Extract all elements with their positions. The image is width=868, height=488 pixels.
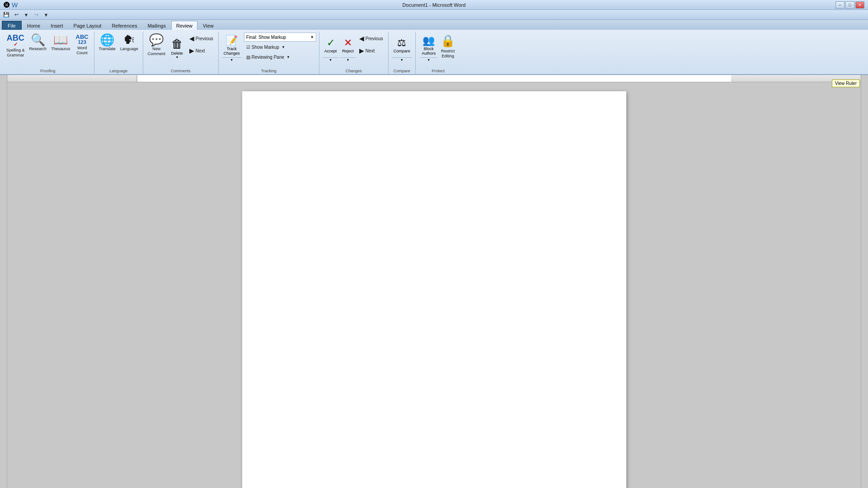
newcomment-icon: 💬	[149, 34, 164, 46]
language-icon: 🗣	[123, 34, 135, 46]
comments-previous-button[interactable]: ◀ Previous	[187, 33, 216, 44]
close-button[interactable]: ✕	[855, 1, 864, 9]
markup-dropdown-arrow: ▼	[310, 35, 314, 39]
ribbon-group-changes: ✓ Accept ▼ ✕ Reject ▼	[319, 32, 389, 74]
changes-prev-next: ◀ Previous ▶ Next	[357, 33, 385, 63]
thesaurus-label: Thesaurus	[51, 47, 70, 52]
delete-dropdown-arrow[interactable]: ▼	[175, 56, 178, 59]
ribbon-group-compare: ⚖ Compare ▼ Compare	[389, 32, 416, 74]
minimize-button[interactable]: −	[835, 1, 845, 9]
reject-dropdown-arrow: ▼	[347, 58, 350, 61]
research-label: Research	[29, 47, 47, 52]
compare-buttons: ⚖ Compare ▼	[391, 33, 413, 74]
blockauthors-dropdown-button[interactable]: ▼	[420, 57, 437, 62]
delete-splitbutton: 🗑 Delete ▼	[168, 33, 186, 63]
changes-next-button[interactable]: ▶ Next	[357, 45, 385, 56]
vertical-ruler-left	[0, 75, 7, 488]
reviewingpane-button[interactable]: ▤ Reviewing Pane ▼	[244, 52, 316, 61]
blockauthors-label: BlockAuthors	[422, 47, 436, 56]
trackchanges-button[interactable]: 📝 TrackChanges	[222, 33, 242, 57]
newcomment-button[interactable]: 💬 NewComment	[146, 33, 167, 62]
protect-buttons: 👥 BlockAuthors ▼ 🔒 RestrictEditing	[419, 33, 457, 74]
undo-dropdown-button[interactable]: ▼	[22, 11, 31, 19]
research-button[interactable]: 🔍 Research	[28, 33, 49, 62]
document-area[interactable]	[7, 82, 861, 488]
language-button[interactable]: 🗣 Language	[118, 33, 140, 62]
compare-splitbutton: ⚖ Compare ▼	[391, 33, 413, 62]
reviewingpane-label: Reviewing Pane	[252, 55, 284, 60]
translate-button[interactable]: 🌐 Translate	[97, 33, 117, 62]
tab-references[interactable]: References	[107, 21, 142, 30]
previous-icon: ◀	[189, 35, 194, 42]
showmarkup-dropdown-arrow[interactable]: ▼	[282, 45, 285, 49]
word-logo-icon: 🅦	[4, 1, 10, 9]
save-quick-button[interactable]: 💾	[2, 11, 11, 19]
tab-file[interactable]: File	[2, 21, 22, 30]
reject-splitbutton: ✕ Reject ▼	[340, 33, 356, 62]
proofing-buttons: ABC ✓ Spelling &Grammar 🔍 Research 📖 The…	[5, 33, 91, 74]
maximize-button[interactable]: □	[845, 1, 854, 9]
reject-button[interactable]: ✕ Reject	[340, 33, 356, 57]
changes-next-icon: ▶	[359, 47, 364, 54]
window-title: Document1 - Microsoft Word	[403, 2, 466, 8]
horizontal-ruler	[7, 75, 861, 82]
restrictediting-button[interactable]: 🔒 RestrictEditing	[439, 33, 457, 62]
changes-group-label: Changes	[319, 69, 388, 73]
showmarkup-button[interactable]: ☑ Show Markup ▼	[244, 42, 316, 52]
showmarkup-checkbox-icon: ☑	[246, 45, 250, 50]
spelling-label: Spelling &Grammar	[6, 48, 25, 58]
wordcount-button[interactable]: ABC 123 WordCount	[73, 33, 91, 62]
tab-mailings[interactable]: Mailings	[143, 21, 171, 30]
title-bar: 🅦 W Document1 - Microsoft Word − □ ✕	[0, 0, 868, 10]
trackchanges-dropdown-button[interactable]: ▼	[222, 57, 242, 62]
comments-group-label: Comments	[143, 69, 218, 73]
app-icon: W	[12, 1, 18, 9]
restrictediting-label: RestrictEditing	[441, 49, 455, 59]
quick-access-toolbar: 💾 ↩ ▼ ↪ ▼	[0, 10, 868, 20]
blockauthors-button[interactable]: 👥 BlockAuthors	[420, 33, 437, 57]
trackchanges-dropdown-arrow: ▼	[230, 58, 233, 61]
reviewingpane-dropdown-arrow[interactable]: ▼	[286, 55, 290, 59]
trackchanges-label: TrackChanges	[224, 47, 240, 56]
redo-quick-button[interactable]: ↪	[32, 11, 41, 19]
next-label: Next	[196, 48, 205, 53]
wordcount-label: WordCount	[77, 46, 88, 56]
delete-button[interactable]: 🗑 Delete ▼	[169, 33, 186, 63]
tab-view[interactable]: View	[198, 21, 219, 30]
document-page[interactable]	[242, 91, 626, 488]
tab-insert[interactable]: Insert	[46, 21, 68, 30]
reject-dropdown-button[interactable]: ▼	[340, 57, 356, 62]
compare-button[interactable]: ⚖ Compare	[392, 33, 412, 57]
tab-pagelayout[interactable]: Page Layout	[69, 21, 107, 30]
reviewingpane-icon: ▤	[246, 55, 250, 60]
final-markup-dropdown[interactable]: Final: Show Markup ▼	[244, 33, 316, 42]
trackchanges-splitbutton: 📝 TrackChanges ▼	[221, 33, 242, 62]
research-icon: 🔍	[31, 34, 45, 46]
undo-quick-button[interactable]: ↩	[12, 11, 21, 19]
compare-dropdown-button[interactable]: ▼	[392, 57, 412, 62]
blockauthors-splitbutton: 👥 BlockAuthors ▼	[419, 33, 438, 62]
accept-button[interactable]: ✓ Accept	[323, 33, 339, 57]
qa-dropdown-button[interactable]: ▼	[42, 11, 51, 19]
compare-icon: ⚖	[397, 37, 406, 49]
vertical-ruler-marks	[0, 75, 7, 436]
proofing-group-label: Proofing	[2, 69, 94, 73]
thesaurus-button[interactable]: 📖 Thesaurus	[49, 33, 72, 62]
tab-home[interactable]: Home	[22, 21, 45, 30]
changes-previous-label: Previous	[366, 36, 383, 41]
tab-review[interactable]: Review	[171, 21, 197, 30]
thesaurus-icon: 📖	[53, 34, 68, 46]
comments-next-button[interactable]: ▶ Next	[187, 45, 216, 56]
title-bar-left: 🅦 W	[4, 1, 18, 9]
changes-buttons: ✓ Accept ▼ ✕ Reject ▼	[322, 33, 385, 69]
blockauthors-dropdown-arrow: ▼	[427, 58, 430, 61]
ribbon-group-comments: 💬 NewComment 🗑 Delete ▼ ◀ Previous	[143, 32, 219, 74]
accept-dropdown-arrow: ▼	[329, 58, 332, 61]
accept-dropdown-button[interactable]: ▼	[323, 57, 339, 62]
changes-previous-button[interactable]: ◀ Previous	[357, 33, 385, 44]
language-buttons: 🌐 Translate 🗣 Language	[97, 33, 140, 74]
spelling-grammar-button[interactable]: ABC ✓ Spelling &Grammar	[5, 33, 27, 62]
accept-icon: ✓	[327, 37, 335, 49]
accept-label: Accept	[324, 49, 337, 53]
ruler-track	[8, 75, 860, 82]
